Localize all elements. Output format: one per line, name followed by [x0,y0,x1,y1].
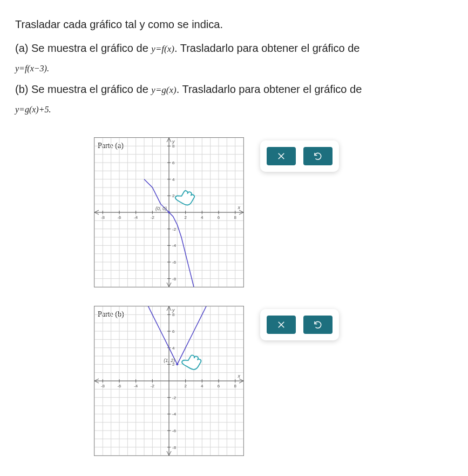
svg-text:-4: -4 [134,215,138,220]
svg-text:(0, 0): (0, 0) [155,206,167,211]
svg-text:4: 4 [172,346,175,351]
undo-button[interactable] [303,147,333,165]
svg-text:6: 6 [172,160,175,165]
instruction-main: Trasladar cada gráfico tal y como se ind… [15,16,453,32]
svg-text:2: 2 [184,215,187,220]
undo-icon [313,151,323,161]
svg-text:x: x [238,373,241,379]
instr-a-pre: (a) Se muestra el gráfico de [15,42,151,54]
plot-b-canvas[interactable]: -8-8-6-6-4-4-2-222446688xy(1, 2) [94,306,243,455]
plot-a-canvas[interactable]: -8-8-6-6-4-4-2-222446688xy(0, 0) [94,138,243,287]
instr-a-eq2: y=f(x−3). [15,64,49,73]
svg-text:6: 6 [218,215,220,220]
plot-a-row: Parte (a) -8-8-6-6-4-4-2-222446688xy(0, … [15,137,453,287]
svg-text:4: 4 [201,384,204,388]
svg-text:-6: -6 [117,215,121,220]
svg-text:-4: -4 [172,243,177,248]
svg-text:8: 8 [234,384,236,388]
instr-b-mid: . Trasladarlo para obtener el gráfico de [177,83,362,95]
svg-text:-2: -2 [172,395,177,400]
svg-text:2: 2 [184,384,187,388]
svg-text:8: 8 [172,312,175,317]
svg-text:8: 8 [172,144,175,149]
svg-text:-2: -2 [172,227,177,232]
svg-text:x: x [238,205,241,210]
svg-text:-8: -8 [172,277,177,281]
plot-b-toolbar [260,309,339,340]
instruction-b-eq: y=g(x)+5. [15,100,453,117]
plot-a-toolbar [260,140,339,172]
clear-button[interactable] [267,316,296,334]
svg-text:-6: -6 [172,428,177,433]
svg-text:-4: -4 [172,412,177,417]
clear-button[interactable] [267,147,296,165]
close-icon [276,151,286,161]
svg-text:-8: -8 [172,445,177,450]
svg-text:6: 6 [218,384,220,388]
undo-icon [313,320,323,330]
plot-b-row: Parte (b) -8-8-6-6-4-4-2-222446688xy(1, … [15,306,453,456]
plot-a[interactable]: Parte (a) -8-8-6-6-4-4-2-222446688xy(0, … [94,137,244,287]
instruction-a-eq: y=f(x−3). [15,59,453,76]
svg-point-151 [176,363,178,365]
svg-text:4: 4 [201,215,204,220]
svg-text:y: y [172,139,175,144]
svg-text:8: 8 [234,215,236,220]
plot-b[interactable]: Parte (b) -8-8-6-6-4-4-2-222446688xy(1, … [94,306,244,456]
instr-a-mid: . Trasladarlo para obtener el gráfico de [174,42,360,54]
svg-text:-8: -8 [101,384,105,388]
svg-text:-4: -4 [134,384,138,388]
svg-text:-2: -2 [151,215,155,220]
instructions: Trasladar cada gráfico tal y como se ind… [15,16,453,117]
svg-text:-6: -6 [117,384,121,388]
instruction-a: (a) Se muestra el gráfico de y=f(x). Tra… [15,40,453,56]
svg-text:2: 2 [172,193,175,198]
svg-text:-8: -8 [101,215,105,220]
svg-text:-6: -6 [172,260,177,265]
instr-b-eq2: y=g(x)+5. [15,105,51,114]
svg-text:(1, 2): (1, 2) [164,358,175,363]
close-icon [276,320,286,330]
svg-text:4: 4 [172,177,175,182]
undo-button[interactable] [303,316,333,334]
instr-b-eq1: y=g(x) [151,85,176,95]
svg-text:6: 6 [172,329,175,334]
svg-point-75 [168,211,170,213]
instruction-b: (b) Se muestra el gráfico de y=g(x). Tra… [15,81,453,97]
instr-a-eq1: y=f(x) [151,44,174,54]
instr-b-pre: (b) Se muestra el gráfico de [15,83,151,95]
svg-text:-2: -2 [151,384,155,388]
svg-text:y: y [172,307,175,313]
